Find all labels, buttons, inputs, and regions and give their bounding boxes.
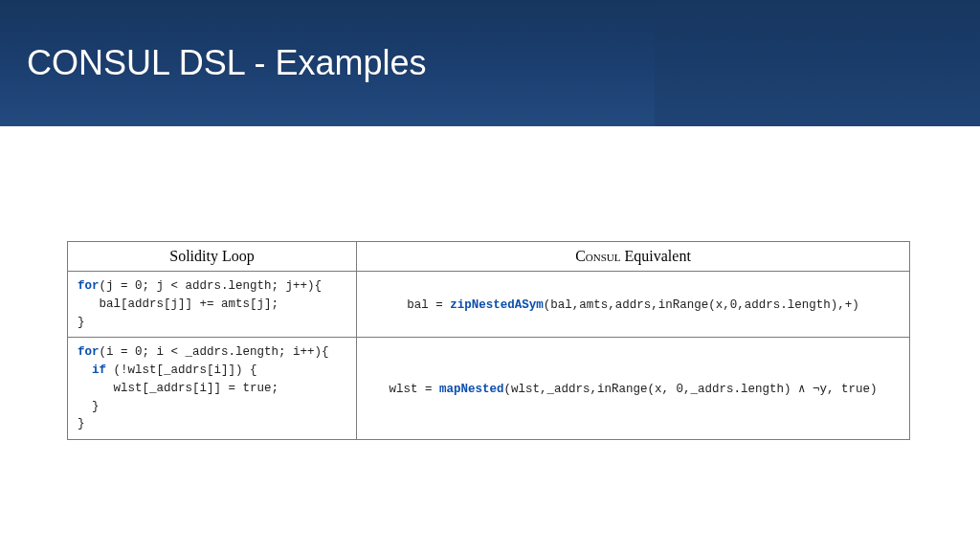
code-text: } — [78, 417, 85, 430]
code-text: } — [78, 400, 100, 413]
title-band: CONSUL DSL - Examples — [0, 0, 980, 126]
function-name: zipNestedASym — [450, 298, 544, 312]
consul-cell-2: wlst = mapNested(wlst,_addrs,inRange(x, … — [357, 338, 910, 440]
code-text: wlst[_addrs[i]] = true; — [78, 382, 278, 395]
keyword-if: if — [92, 364, 106, 377]
code-text: (wlst,_addrs,inRange(x, 0,_addrs.length)… — [503, 383, 877, 396]
consul-suffix: Equivalent — [621, 248, 691, 264]
slide: CONSUL DSL - Examples Solidity Loop Cons… — [0, 0, 980, 551]
code-block: for(i = 0; i < _addrs.length; i++){ if (… — [78, 343, 346, 433]
code-block: bal = zipNestedASym(bal,amts,addrs,inRan… — [407, 297, 859, 315]
col-header-consul: Consul Equivalent — [357, 242, 910, 272]
solidity-cell-1: for(j = 0; j < addrs.length; j++){ bal[a… — [68, 272, 357, 338]
table-header-row: Solidity Loop Consul Equivalent — [68, 242, 910, 272]
code-text: } — [78, 316, 85, 329]
code-text: (bal,amts,addrs,inRange(x,0,addrs.length… — [544, 298, 859, 312]
code-block: wlst = mapNested(wlst,_addrs,inRange(x, … — [389, 381, 877, 399]
table-row: for(j = 0; j < addrs.length; j++){ bal[a… — [68, 272, 910, 338]
code-text: bal = — [407, 298, 450, 312]
solidity-cell-2: for(i = 0; i < _addrs.length; i++){ if (… — [68, 338, 357, 440]
code-text: (!wlst[_addrs[i]]) { — [106, 364, 257, 377]
code-text: bal[addrs[j]] += amts[j]; — [78, 298, 278, 311]
keyword-for: for — [78, 279, 100, 293]
consul-cell-1: bal = zipNestedASym(bal,amts,addrs,inRan… — [357, 272, 910, 338]
slide-title: CONSUL DSL - Examples — [27, 43, 426, 83]
consul-smallcaps: Consul — [575, 248, 620, 264]
code-text: (j = 0; j < addrs.length; j++){ — [100, 279, 323, 293]
keyword-for: for — [78, 345, 100, 359]
code-block: for(j = 0; j < addrs.length; j++){ bal[a… — [78, 277, 346, 331]
code-text: wlst = — [389, 383, 439, 396]
code-text: (i = 0; i < _addrs.length; i++){ — [100, 345, 329, 359]
content-area: Solidity Loop Consul Equivalent for(j = … — [67, 241, 909, 440]
table-row: for(i = 0; i < _addrs.length; i++){ if (… — [68, 338, 910, 440]
function-name: mapNested — [439, 383, 504, 396]
comparison-table: Solidity Loop Consul Equivalent for(j = … — [67, 241, 910, 440]
col-header-solidity: Solidity Loop — [68, 242, 357, 272]
